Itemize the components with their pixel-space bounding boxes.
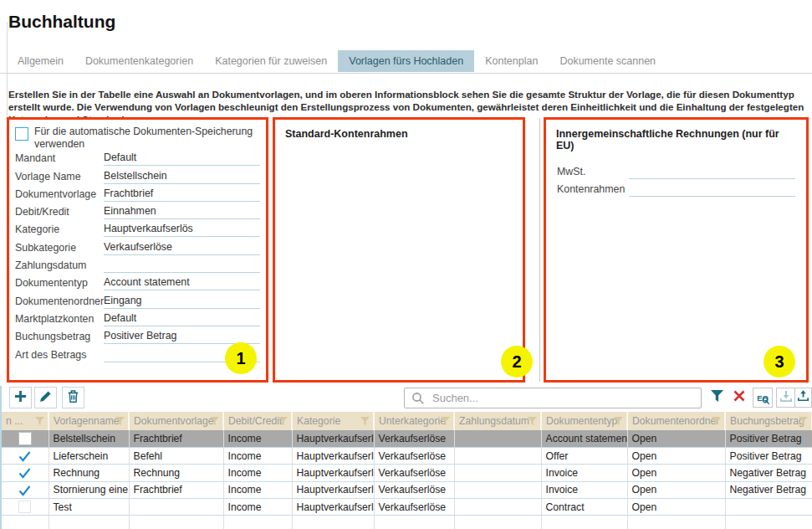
- column-header-vorlagenname[interactable]: Vorlagenname: [49, 412, 129, 430]
- table-row[interactable]: RechnungRechnungIncomeHauptverkaufserl..…: [2, 465, 812, 481]
- grid-cell[interactable]: Contract: [541, 499, 627, 516]
- grid-cell[interactable]: Open: [627, 499, 725, 516]
- grid-cell[interactable]: Invoice: [541, 465, 627, 481]
- grid-cell[interactable]: [725, 499, 812, 516]
- clear-filter-button[interactable]: [729, 388, 749, 408]
- grid-cell[interactable]: [129, 499, 223, 516]
- column-header-debit-credit[interactable]: Debit/Credit: [223, 412, 292, 430]
- tab-dokumentenkategorien[interactable]: Dokumentenkategorien: [74, 50, 204, 72]
- column-filter-icon[interactable]: [34, 416, 45, 426]
- row-checkbox-cell[interactable]: [2, 465, 49, 481]
- grid-cell[interactable]: [454, 447, 541, 464]
- grid-cell[interactable]: [454, 465, 541, 481]
- column-filter-icon[interactable]: [798, 416, 809, 426]
- row-checkbox-cell[interactable]: [2, 481, 49, 498]
- delete-button[interactable]: [62, 387, 84, 408]
- grid-cell[interactable]: Hauptverkaufserl...: [292, 430, 374, 447]
- export-button[interactable]: [776, 388, 796, 408]
- column-header-unterkategorie[interactable]: Unterkategorie: [374, 412, 454, 430]
- field-value[interactable]: Verkaufserlöse: [104, 241, 260, 255]
- column-header-kategorie[interactable]: Kategorie: [292, 412, 374, 430]
- grid-cell[interactable]: Stornierung eine...: [49, 481, 129, 498]
- grid-cell[interactable]: Verkaufserlöse: [374, 481, 454, 498]
- column-filter-icon[interactable]: [527, 416, 538, 426]
- column-header-n[interactable]: n ...: [2, 412, 49, 430]
- grid-cell[interactable]: Verkaufserlöse: [374, 430, 454, 447]
- grid-cell[interactable]: Open: [627, 465, 725, 481]
- grid-cell[interactable]: Verkaufserlöse: [374, 465, 454, 481]
- grid-cell[interactable]: Befehl: [129, 447, 223, 464]
- field-value[interactable]: Frachtbrief: [104, 187, 260, 202]
- row-checkbox[interactable]: [18, 501, 31, 513]
- column-filter-icon[interactable]: [115, 416, 125, 426]
- edit-button[interactable]: [34, 387, 57, 408]
- add-button[interactable]: [9, 387, 32, 408]
- grid-cell[interactable]: Hauptverkaufserl...: [292, 465, 374, 481]
- column-header-zahlungsdatum[interactable]: Zahlungsdatum: [454, 412, 541, 430]
- filter-button[interactable]: [707, 388, 727, 408]
- grid-cell[interactable]: Income: [223, 499, 292, 516]
- grid-cell[interactable]: Verkaufserlöse: [374, 499, 454, 516]
- row-checkbox[interactable]: [18, 432, 32, 445]
- grid-cell[interactable]: Income: [223, 447, 292, 464]
- tab-vorlagen-fürs-hochladen[interactable]: Vorlagen fürs Hochladen: [338, 50, 474, 72]
- column-filter-icon[interactable]: [360, 416, 370, 426]
- field-value[interactable]: Belstellschein: [104, 170, 260, 184]
- column-filter-icon[interactable]: [613, 416, 624, 426]
- table-row[interactable]: LieferscheinBefehlIncomeHauptverkaufserl…: [2, 447, 812, 464]
- grid-cell[interactable]: Frachtbrief: [129, 430, 223, 447]
- table-row[interactable]: TestIncomeHauptverkaufserl...Verkaufserl…: [2, 499, 812, 516]
- grid-cell[interactable]: Offer: [541, 447, 627, 464]
- grid-cell[interactable]: Income: [223, 465, 292, 481]
- grid-cell[interactable]: Lieferschein: [49, 447, 129, 464]
- row-checkbox-cell[interactable]: [2, 499, 49, 516]
- grid-cell[interactable]: Open: [627, 430, 725, 447]
- grid-cell[interactable]: Positiver Betrag: [725, 430, 812, 447]
- field-value[interactable]: Default: [104, 152, 260, 166]
- grid-cell[interactable]: [454, 430, 541, 447]
- auto-save-checkbox[interactable]: [15, 127, 28, 141]
- column-filter-icon[interactable]: [440, 416, 451, 426]
- grid-cell[interactable]: [454, 499, 541, 516]
- row-checkbox-cell[interactable]: [2, 430, 49, 447]
- tab-allgemein[interactable]: Allgemein: [7, 50, 74, 72]
- grid-cell[interactable]: Negativer Betrag: [725, 465, 812, 481]
- grid-cell[interactable]: Frachtbrief: [129, 481, 223, 498]
- grid-cell[interactable]: Income: [223, 430, 292, 447]
- column-header-dokumentenordner[interactable]: Dokumentenordner: [627, 412, 725, 430]
- grid-cell[interactable]: Verkaufserlöse: [374, 447, 454, 464]
- grid-cell[interactable]: Belstellschein: [49, 430, 129, 447]
- grid-cell[interactable]: Income: [223, 481, 292, 498]
- grid-cell[interactable]: Hauptverkaufserl...: [292, 499, 374, 516]
- column-header-dokumententyp[interactable]: Dokumententyp: [541, 412, 627, 430]
- tab-dokumente-scannen[interactable]: Dokumente scannen: [549, 50, 666, 72]
- column-filter-icon[interactable]: [711, 416, 722, 426]
- grid-cell[interactable]: Rechnung: [49, 465, 129, 481]
- field-value[interactable]: Einnahmen: [104, 205, 260, 219]
- field-value[interactable]: [104, 259, 260, 273]
- row-checkbox-cell[interactable]: [2, 447, 49, 464]
- column-filter-icon[interactable]: [278, 416, 289, 426]
- grid-cell[interactable]: Positiver Betrag: [725, 447, 812, 464]
- field-value[interactable]: Eingang: [104, 295, 260, 309]
- filter-builder-button[interactable]: EQ: [753, 388, 773, 408]
- grid-cell[interactable]: Test: [49, 499, 129, 516]
- grid-cell[interactable]: Negativer Betrag: [725, 481, 812, 498]
- grid-cell[interactable]: Rechnung: [129, 465, 223, 481]
- grid-cell[interactable]: Open: [627, 481, 725, 498]
- column-header-dokumentvorlage[interactable]: Dokumentvorlage: [129, 412, 223, 430]
- table-row[interactable]: Stornierung eine...FrachtbriefIncomeHaup…: [2, 481, 812, 498]
- field-value[interactable]: [629, 165, 795, 179]
- field-value[interactable]: Account statement: [104, 276, 260, 290]
- field-value[interactable]: Hauptverkaufserlös: [104, 223, 260, 237]
- grid-cell[interactable]: [454, 481, 541, 498]
- column-filter-icon[interactable]: [209, 416, 220, 426]
- grid-cell[interactable]: Invoice: [541, 481, 627, 498]
- grid-cell[interactable]: Account statement: [541, 430, 627, 447]
- grid-cell[interactable]: Hauptverkaufserl...: [292, 481, 374, 498]
- upload-button[interactable]: [794, 388, 812, 408]
- search-input[interactable]: [431, 391, 701, 405]
- grid-cell[interactable]: Hauptverkaufserl...: [292, 447, 374, 464]
- field-value[interactable]: [629, 182, 795, 197]
- tab-kategorien-für-zuweisen[interactable]: Kategorien für zuweisen: [204, 50, 338, 72]
